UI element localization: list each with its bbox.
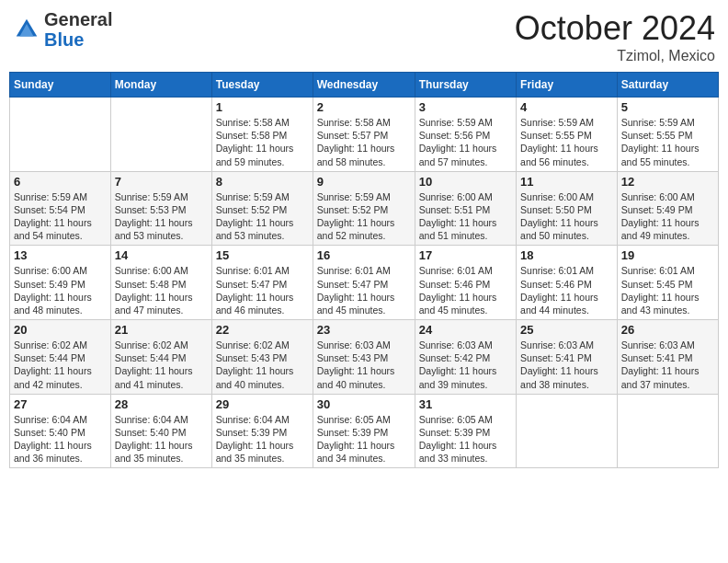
calendar-cell: 19Sunrise: 6:01 AM Sunset: 5:45 PM Dayli… — [617, 246, 718, 320]
cell-day-info: Sunrise: 6:01 AM Sunset: 5:47 PM Dayligh… — [317, 264, 411, 316]
calendar-cell: 29Sunrise: 6:04 AM Sunset: 5:39 PM Dayli… — [211, 394, 313, 468]
cell-day-info: Sunrise: 6:02 AM Sunset: 5:43 PM Dayligh… — [216, 339, 309, 391]
calendar-cell: 20Sunrise: 6:02 AM Sunset: 5:44 PM Dayli… — [10, 320, 111, 395]
weekday-header: Saturday — [617, 73, 718, 98]
calendar-cell: 28Sunrise: 6:04 AM Sunset: 5:40 PM Dayli… — [110, 394, 211, 468]
cell-day-number: 29 — [216, 397, 309, 411]
calendar-cell: 10Sunrise: 6:00 AM Sunset: 5:51 PM Dayli… — [415, 171, 516, 246]
cell-day-info: Sunrise: 6:00 AM Sunset: 5:48 PM Dayligh… — [115, 264, 208, 316]
calendar-body: 1Sunrise: 5:58 AM Sunset: 5:58 PM Daylig… — [10, 98, 719, 468]
cell-day-info: Sunrise: 6:01 AM Sunset: 5:46 PM Dayligh… — [419, 264, 512, 316]
calendar-cell — [10, 98, 111, 172]
cell-day-number: 11 — [520, 175, 613, 189]
cell-day-number: 2 — [317, 100, 411, 114]
calendar-cell: 8Sunrise: 5:59 AM Sunset: 5:52 PM Daylig… — [211, 171, 313, 246]
weekday-header: Thursday — [415, 73, 516, 98]
page-header: General Blue October 2024 Tzimol, Mexico — [9, 9, 719, 64]
cell-day-number: 17 — [419, 248, 512, 262]
calendar-cell: 15Sunrise: 6:01 AM Sunset: 5:47 PM Dayli… — [211, 246, 313, 320]
calendar-week-row: 20Sunrise: 6:02 AM Sunset: 5:44 PM Dayli… — [10, 320, 719, 395]
cell-day-number: 12 — [621, 175, 714, 189]
calendar-cell: 27Sunrise: 6:04 AM Sunset: 5:40 PM Dayli… — [10, 394, 111, 468]
cell-day-number: 24 — [419, 323, 512, 337]
calendar-cell: 25Sunrise: 6:03 AM Sunset: 5:41 PM Dayli… — [517, 320, 618, 395]
cell-day-number: 28 — [115, 397, 208, 411]
weekday-header: Tuesday — [211, 73, 313, 98]
cell-day-number: 30 — [317, 397, 411, 411]
weekday-header: Monday — [110, 73, 211, 98]
cell-day-info: Sunrise: 6:02 AM Sunset: 5:44 PM Dayligh… — [115, 339, 208, 391]
cell-day-info: Sunrise: 5:58 AM Sunset: 5:58 PM Dayligh… — [216, 116, 309, 168]
page-title: October 2024 — [515, 9, 715, 48]
cell-day-info: Sunrise: 6:00 AM Sunset: 5:51 PM Dayligh… — [419, 190, 512, 243]
cell-day-info: Sunrise: 6:04 AM Sunset: 5:39 PM Dayligh… — [216, 413, 309, 465]
weekday-header: Sunday — [10, 73, 111, 98]
calendar-cell: 31Sunrise: 6:05 AM Sunset: 5:39 PM Dayli… — [415, 394, 516, 468]
cell-day-number: 27 — [14, 397, 107, 411]
calendar-table: SundayMondayTuesdayWednesdayThursdayFrid… — [9, 72, 719, 468]
weekday-header: Friday — [517, 73, 618, 98]
calendar-cell: 1Sunrise: 5:58 AM Sunset: 5:58 PM Daylig… — [211, 98, 313, 172]
cell-day-info: Sunrise: 6:03 AM Sunset: 5:42 PM Dayligh… — [419, 339, 512, 391]
calendar-cell: 11Sunrise: 6:00 AM Sunset: 5:50 PM Dayli… — [517, 171, 618, 246]
cell-day-number: 10 — [419, 175, 512, 189]
cell-day-info: Sunrise: 6:05 AM Sunset: 5:39 PM Dayligh… — [317, 413, 411, 465]
cell-day-number: 7 — [115, 175, 208, 189]
logo: General Blue — [13, 9, 112, 50]
cell-day-number: 20 — [14, 323, 107, 337]
cell-day-number: 16 — [317, 248, 411, 262]
calendar-cell: 21Sunrise: 6:02 AM Sunset: 5:44 PM Dayli… — [110, 320, 211, 395]
cell-day-info: Sunrise: 6:03 AM Sunset: 5:41 PM Dayligh… — [621, 339, 714, 391]
cell-day-info: Sunrise: 6:04 AM Sunset: 5:40 PM Dayligh… — [115, 413, 208, 465]
cell-day-info: Sunrise: 5:59 AM Sunset: 5:54 PM Dayligh… — [14, 190, 107, 243]
calendar-cell: 26Sunrise: 6:03 AM Sunset: 5:41 PM Dayli… — [617, 320, 718, 395]
calendar-cell: 17Sunrise: 6:01 AM Sunset: 5:46 PM Dayli… — [415, 246, 516, 320]
cell-day-number: 9 — [317, 175, 411, 189]
weekday-row: SundayMondayTuesdayWednesdayThursdayFrid… — [10, 73, 719, 98]
calendar-cell: 30Sunrise: 6:05 AM Sunset: 5:39 PM Dayli… — [313, 394, 415, 468]
page-subtitle: Tzimol, Mexico — [515, 48, 715, 64]
calendar-cell: 18Sunrise: 6:01 AM Sunset: 5:46 PM Dayli… — [517, 246, 618, 320]
cell-day-number: 21 — [115, 323, 208, 337]
cell-day-number: 23 — [317, 323, 411, 337]
cell-day-info: Sunrise: 6:03 AM Sunset: 5:41 PM Dayligh… — [520, 339, 613, 391]
cell-day-number: 31 — [419, 397, 512, 411]
cell-day-info: Sunrise: 6:04 AM Sunset: 5:40 PM Dayligh… — [14, 413, 107, 465]
cell-day-info: Sunrise: 5:59 AM Sunset: 5:55 PM Dayligh… — [621, 116, 714, 168]
cell-day-number: 8 — [216, 175, 309, 189]
cell-day-info: Sunrise: 5:59 AM Sunset: 5:56 PM Dayligh… — [419, 116, 512, 168]
title-block: October 2024 Tzimol, Mexico — [515, 9, 715, 64]
cell-day-info: Sunrise: 6:02 AM Sunset: 5:44 PM Dayligh… — [14, 339, 107, 391]
calendar-cell: 16Sunrise: 6:01 AM Sunset: 5:47 PM Dayli… — [313, 246, 415, 320]
cell-day-info: Sunrise: 6:00 AM Sunset: 5:50 PM Dayligh… — [520, 190, 613, 243]
calendar-cell — [517, 394, 618, 468]
cell-day-info: Sunrise: 6:03 AM Sunset: 5:43 PM Dayligh… — [317, 339, 411, 391]
cell-day-info: Sunrise: 6:05 AM Sunset: 5:39 PM Dayligh… — [419, 413, 512, 465]
cell-day-number: 26 — [621, 323, 714, 337]
cell-day-info: Sunrise: 6:00 AM Sunset: 5:49 PM Dayligh… — [14, 264, 107, 316]
cell-day-number: 22 — [216, 323, 309, 337]
cell-day-number: 1 — [216, 100, 309, 114]
calendar-header: SundayMondayTuesdayWednesdayThursdayFrid… — [10, 73, 719, 98]
logo-text: General Blue — [44, 9, 112, 50]
cell-day-info: Sunrise: 5:59 AM Sunset: 5:52 PM Dayligh… — [216, 190, 309, 243]
calendar-cell: 7Sunrise: 5:59 AM Sunset: 5:53 PM Daylig… — [110, 171, 211, 246]
calendar-cell — [110, 98, 211, 172]
calendar-week-row: 13Sunrise: 6:00 AM Sunset: 5:49 PM Dayli… — [10, 246, 719, 320]
cell-day-info: Sunrise: 6:01 AM Sunset: 5:45 PM Dayligh… — [621, 264, 714, 316]
calendar-cell: 3Sunrise: 5:59 AM Sunset: 5:56 PM Daylig… — [415, 98, 516, 172]
cell-day-info: Sunrise: 5:59 AM Sunset: 5:53 PM Dayligh… — [115, 190, 208, 243]
cell-day-info: Sunrise: 5:59 AM Sunset: 5:52 PM Dayligh… — [317, 190, 411, 243]
cell-day-number: 18 — [520, 248, 613, 262]
calendar-cell: 2Sunrise: 5:58 AM Sunset: 5:57 PM Daylig… — [313, 98, 415, 172]
calendar-week-row: 6Sunrise: 5:59 AM Sunset: 5:54 PM Daylig… — [10, 171, 719, 246]
cell-day-number: 4 — [520, 100, 613, 114]
cell-day-number: 13 — [14, 248, 107, 262]
calendar-cell: 14Sunrise: 6:00 AM Sunset: 5:48 PM Dayli… — [110, 246, 211, 320]
cell-day-info: Sunrise: 5:59 AM Sunset: 5:55 PM Dayligh… — [520, 116, 613, 168]
calendar-week-row: 1Sunrise: 5:58 AM Sunset: 5:58 PM Daylig… — [10, 98, 719, 172]
calendar-cell: 6Sunrise: 5:59 AM Sunset: 5:54 PM Daylig… — [10, 171, 111, 246]
cell-day-number: 3 — [419, 100, 512, 114]
cell-day-info: Sunrise: 6:01 AM Sunset: 5:46 PM Dayligh… — [520, 264, 613, 316]
calendar-cell: 4Sunrise: 5:59 AM Sunset: 5:55 PM Daylig… — [517, 98, 618, 172]
